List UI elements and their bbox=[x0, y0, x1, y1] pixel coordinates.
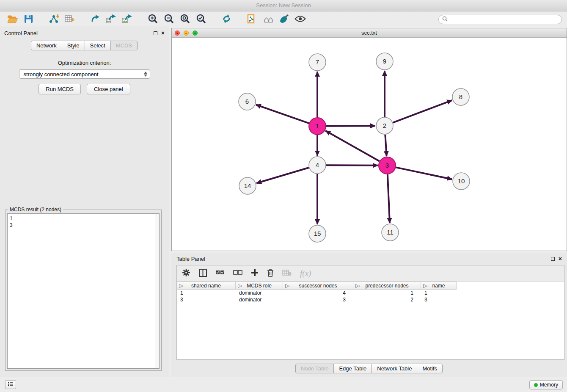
result-scrollbar[interactable] bbox=[155, 213, 160, 369]
table-panel: Table Panel × f(x) shared nameMCDS roles… bbox=[171, 253, 567, 377]
import-table-button[interactable] bbox=[62, 13, 78, 26]
search-box[interactable] bbox=[438, 15, 562, 24]
network-from-selection-button[interactable] bbox=[244, 13, 260, 26]
criterion-dropdown[interactable]: strongly connected component bbox=[19, 69, 150, 79]
table-cell[interactable]: 3 bbox=[177, 296, 236, 303]
delete-table-button[interactable] bbox=[282, 269, 292, 277]
network-window: × − + scc.txt 7968124314101511 bbox=[171, 28, 567, 251]
edge-1-2[interactable] bbox=[326, 126, 375, 126]
memory-button[interactable]: Memory bbox=[529, 380, 563, 389]
edge-3-11[interactable] bbox=[388, 174, 390, 223]
table-tab-node-table[interactable]: Node Table bbox=[295, 364, 334, 373]
columns-icon bbox=[199, 269, 207, 278]
select-all-columns-button[interactable] bbox=[215, 270, 225, 276]
show-graphics-details-button[interactable] bbox=[292, 13, 308, 26]
table-cell[interactable]: 1 bbox=[177, 290, 236, 296]
create-column-button[interactable] bbox=[251, 269, 259, 278]
search-input[interactable] bbox=[449, 16, 558, 23]
optimization-label: Optimization criterion: bbox=[0, 60, 169, 66]
maximize-window-icon[interactable]: + bbox=[193, 30, 198, 36]
node-8[interactable]: 8 bbox=[452, 88, 469, 105]
table-tab-network-table[interactable]: Network Table bbox=[372, 364, 417, 373]
column-header-MCDS-role[interactable]: MCDS role bbox=[236, 282, 283, 290]
edge-3-1[interactable] bbox=[325, 131, 380, 161]
export-table-button[interactable] bbox=[103, 13, 119, 26]
edge-1-6[interactable] bbox=[256, 105, 309, 123]
open-session-button[interactable] bbox=[4, 13, 20, 26]
node-table-body: 1dominator4113dominator323 bbox=[177, 290, 564, 303]
function-builder-button[interactable]: f(x) bbox=[300, 269, 311, 278]
zoom-out-icon bbox=[164, 14, 174, 25]
edge-2-3[interactable] bbox=[385, 135, 386, 156]
minimize-window-icon[interactable]: − bbox=[184, 30, 189, 36]
svg-text:15: 15 bbox=[314, 230, 321, 237]
node-6[interactable]: 6 bbox=[239, 93, 256, 110]
table-toolbar: f(x) bbox=[177, 265, 564, 282]
node-4[interactable]: 4 bbox=[309, 157, 326, 174]
column-header-predecessor-nodes[interactable]: predecessor nodes bbox=[353, 282, 421, 290]
float-panel-icon[interactable] bbox=[154, 31, 157, 35]
edge-3-10[interactable] bbox=[396, 167, 452, 179]
unselect-all-columns-button[interactable] bbox=[233, 270, 242, 276]
column-header-name[interactable]: name bbox=[421, 282, 457, 290]
table-cell[interactable]: 2 bbox=[353, 296, 421, 303]
column-header-shared-name[interactable]: shared name bbox=[177, 282, 236, 290]
apply-layout-button[interactable] bbox=[218, 13, 234, 26]
import-network-button[interactable] bbox=[46, 13, 62, 26]
close-window-icon[interactable]: × bbox=[175, 30, 180, 36]
node-3[interactable]: 3 bbox=[379, 157, 396, 174]
table-cell[interactable]: dominator bbox=[236, 290, 283, 296]
column-header-successor-nodes[interactable]: successor nodes bbox=[283, 282, 353, 290]
table-row[interactable]: 3dominator323 bbox=[177, 296, 564, 303]
node-11[interactable]: 11 bbox=[382, 224, 399, 241]
node-9[interactable]: 9 bbox=[376, 53, 393, 70]
node-1[interactable]: 1 bbox=[309, 118, 326, 135]
export-network-button[interactable] bbox=[87, 13, 103, 26]
table-cell[interactable]: dominator bbox=[236, 296, 283, 303]
node-2[interactable]: 2 bbox=[376, 117, 393, 134]
zoom-in-button[interactable] bbox=[145, 13, 161, 26]
zoom-selected-icon bbox=[196, 14, 206, 25]
delete-column-button[interactable] bbox=[267, 269, 274, 278]
table-cell[interactable]: 1 bbox=[353, 290, 421, 296]
table-tab-motifs[interactable]: Motifs bbox=[417, 364, 443, 373]
tab-network[interactable]: Network bbox=[31, 41, 62, 50]
close-panel-x-icon[interactable]: × bbox=[161, 31, 165, 35]
table-cell[interactable]: 4 bbox=[283, 290, 353, 296]
zoom-selected-button[interactable] bbox=[193, 13, 209, 26]
edge-4-3[interactable] bbox=[326, 165, 378, 166]
table-cell[interactable]: 1 bbox=[421, 290, 457, 296]
tab-select[interactable]: Select bbox=[85, 41, 111, 50]
export-image-button[interactable] bbox=[119, 13, 135, 26]
tab-mcds[interactable]: MCDS bbox=[110, 41, 138, 50]
zoom-in-icon bbox=[148, 14, 158, 25]
float-table-panel-icon[interactable] bbox=[551, 257, 555, 261]
table-cell[interactable]: 3 bbox=[421, 296, 457, 303]
apply-style-button[interactable] bbox=[276, 13, 292, 26]
node-15[interactable]: 15 bbox=[309, 225, 326, 242]
table-tab-edge-table[interactable]: Edge Table bbox=[333, 364, 372, 373]
run-mcds-button[interactable]: Run MCDS bbox=[39, 84, 81, 94]
node-10[interactable]: 10 bbox=[453, 173, 470, 190]
network-canvas[interactable]: 7968124314101511 bbox=[172, 38, 567, 251]
mcds-result-list[interactable]: 13 bbox=[7, 213, 160, 369]
task-history-button[interactable] bbox=[5, 380, 16, 389]
first-neighbors-button[interactable]: ⌂⌂ bbox=[260, 13, 276, 26]
zoom-fit-button[interactable] bbox=[177, 13, 193, 26]
close-panel-button[interactable]: Close panel bbox=[87, 84, 130, 94]
table-cell[interactable]: 3 bbox=[283, 296, 353, 303]
zoom-out-button[interactable] bbox=[161, 13, 177, 26]
window-titlebar[interactable]: Session: New Session bbox=[0, 0, 567, 11]
network-window-titlebar[interactable]: × − + scc.txt bbox=[172, 28, 567, 38]
show-columns-button[interactable] bbox=[199, 269, 207, 278]
table-settings-button[interactable] bbox=[182, 268, 190, 278]
save-session-button[interactable] bbox=[20, 13, 36, 26]
node-7[interactable]: 7 bbox=[309, 54, 326, 71]
node-14[interactable]: 14 bbox=[239, 177, 256, 194]
close-table-panel-icon[interactable]: × bbox=[559, 257, 562, 261]
edge-2-8[interactable] bbox=[393, 100, 452, 123]
unchecked-boxes-icon bbox=[233, 270, 242, 276]
table-row[interactable]: 1dominator411 bbox=[177, 290, 564, 296]
edge-4-14[interactable] bbox=[256, 168, 309, 183]
tab-style[interactable]: Style bbox=[62, 41, 85, 50]
